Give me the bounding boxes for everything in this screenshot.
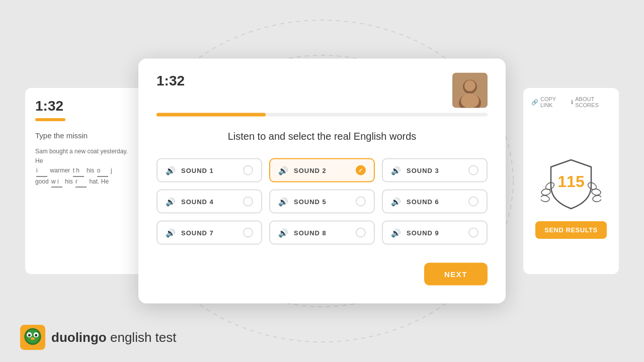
left-panel-progress-bar	[35, 118, 65, 121]
sound-button-1[interactable]: 🔊 SOUND 1	[156, 158, 262, 183]
svg-point-3	[544, 181, 555, 191]
sound-btn-left-1: 🔊 SOUND 1	[166, 165, 214, 175]
svg-text:115: 115	[557, 172, 584, 191]
avatar-image	[452, 73, 488, 108]
modal-footer: NEXT	[156, 263, 488, 286]
svg-point-7	[591, 188, 601, 196]
sound-label-4: SOUND 4	[181, 198, 214, 205]
svg-point-21	[28, 334, 31, 336]
sound-button-7[interactable]: 🔊 SOUND 7	[156, 221, 262, 245]
svg-point-5	[541, 195, 550, 202]
sound-button-6[interactable]: 🔊 SOUND 6	[382, 190, 488, 214]
speaker-icon-1: 🔊	[166, 165, 176, 175]
avatar	[452, 73, 488, 108]
about-scores-button[interactable]: ℹ ABOUT SCORES	[571, 96, 611, 108]
left-panel-text: Sam bought a new coat yesterday. He i wa…	[35, 147, 136, 188]
sound-btn-left-9: 🔊 SOUND 9	[391, 228, 439, 237]
check-icon-6	[468, 197, 478, 207]
left-panel-title: Type the missin	[35, 131, 136, 140]
speaker-icon-2: 🔊	[278, 165, 289, 175]
main-modal: 1:32 Listen to and select the real Engli…	[138, 59, 506, 304]
modal-header: 1:32	[156, 73, 488, 108]
left-panel: 1:32 Type the missin Sam bought a new co…	[25, 88, 146, 274]
copy-link-button[interactable]: 🔗 COPY LINK	[531, 96, 563, 108]
sound-label-6: SOUND 6	[407, 198, 439, 205]
branding: duolingo english test	[20, 325, 177, 350]
next-button[interactable]: NEXT	[424, 263, 488, 286]
sound-label-3: SOUND 3	[407, 166, 439, 174]
sound-btn-left-8: 🔊 SOUND 8	[278, 228, 327, 237]
speaker-icon-6: 🔊	[391, 197, 401, 206]
send-results-button[interactable]: SEND RESULTS	[535, 221, 606, 239]
sounds-grid: 🔊 SOUND 1 🔊 SOUND 2 ✓ 🔊 SOUND 3	[156, 158, 488, 245]
check-icon-3	[468, 165, 478, 175]
left-panel-timer: 1:32	[35, 98, 136, 114]
copy-link-label: COPY LINK	[540, 96, 563, 108]
sound-btn-left-6: 🔊 SOUND 6	[391, 197, 439, 206]
sound-label-9: SOUND 9	[407, 229, 439, 236]
check-icon-8	[356, 228, 366, 238]
sound-btn-left-4: 🔊 SOUND 4	[166, 197, 214, 206]
svg-point-6	[587, 181, 598, 191]
link-icon: 🔗	[531, 99, 538, 106]
check-icon-1	[243, 165, 253, 175]
check-icon-2: ✓	[356, 165, 366, 175]
score-shield: 115 SEND RESULTS	[535, 156, 606, 239]
speaker-icon-5: 🔊	[278, 197, 289, 206]
shield-graphic: 115	[541, 156, 601, 211]
speaker-icon-7: 🔊	[166, 228, 176, 237]
sound-button-9[interactable]: 🔊 SOUND 9	[382, 221, 488, 245]
modal-timer: 1:32	[156, 73, 185, 89]
sound-btn-left-2: 🔊 SOUND 2	[278, 165, 327, 175]
brand-name: duolingo english test	[51, 330, 177, 345]
sound-button-3[interactable]: 🔊 SOUND 3	[382, 158, 488, 183]
sound-btn-left-7: 🔊 SOUND 7	[166, 228, 214, 237]
svg-point-14	[461, 94, 479, 108]
sound-button-5[interactable]: 🔊 SOUND 5	[269, 190, 375, 214]
modal-progress-fill	[156, 113, 266, 117]
check-icon-7	[243, 228, 253, 238]
speaker-icon-4: 🔊	[166, 197, 176, 206]
speaker-icon-3: 🔊	[391, 165, 401, 175]
sound-button-2[interactable]: 🔊 SOUND 2 ✓	[269, 158, 375, 183]
right-panel: 🔗 COPY LINK ℹ ABOUT SCORES 115	[523, 88, 619, 274]
sound-button-4[interactable]: 🔊 SOUND 4	[156, 190, 262, 214]
sound-label-2: SOUND 2	[294, 166, 327, 174]
right-panel-actions: 🔗 COPY LINK ℹ ABOUT SCORES	[531, 96, 611, 108]
check-icon-5	[356, 197, 366, 207]
check-icon-9	[468, 228, 478, 238]
sound-label-8: SOUND 8	[294, 229, 327, 236]
svg-point-22	[35, 334, 37, 336]
speaker-icon-8: 🔊	[278, 228, 289, 237]
modal-question: Listen to and select the real English wo…	[156, 131, 488, 142]
sound-button-8[interactable]: 🔊 SOUND 8	[269, 221, 375, 245]
svg-point-23	[31, 337, 35, 340]
check-icon-4	[243, 197, 253, 207]
duolingo-logo	[20, 325, 45, 350]
svg-point-8	[592, 195, 601, 202]
speaker-icon-9: 🔊	[391, 228, 401, 237]
sound-label-5: SOUND 5	[294, 198, 327, 205]
modal-progress-bar	[156, 113, 488, 117]
sound-btn-left-5: 🔊 SOUND 5	[278, 197, 327, 206]
sound-btn-left-3: 🔊 SOUND 3	[391, 165, 439, 175]
about-scores-label: ABOUT SCORES	[575, 96, 611, 108]
svg-point-13	[464, 80, 475, 92]
info-icon: ℹ	[571, 99, 573, 106]
svg-point-4	[541, 188, 551, 196]
sound-label-7: SOUND 7	[181, 229, 214, 236]
sound-label-1: SOUND 1	[181, 166, 214, 174]
